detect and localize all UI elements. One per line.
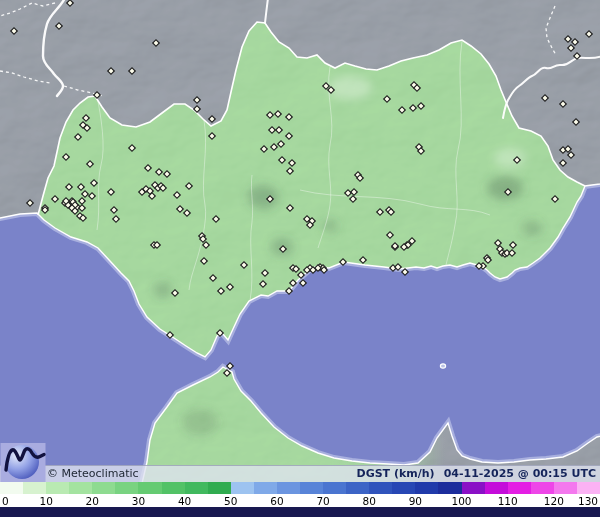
legend-color-scale: [0, 482, 600, 494]
weather-map-app: © Meteoclimatic DGST (km/h) 04-11-2025 @…: [0, 0, 600, 517]
legend-color-cell: [531, 482, 554, 494]
legend-tick-label: 120: [544, 495, 564, 507]
legend-color-cell: [346, 482, 369, 494]
legend-color-cell: [254, 482, 277, 494]
wind-gust-map: [0, 0, 600, 483]
legend-color-cell: [185, 482, 208, 494]
legend-color-cell: [92, 482, 115, 494]
attribution-bar: © Meteoclimatic DGST (km/h) 04-11-2025 @…: [0, 465, 600, 482]
legend-color-cell: [277, 482, 300, 494]
legend-color-cell: [369, 482, 392, 494]
legend-color-cell: [162, 482, 185, 494]
legend-tick-label: 130: [578, 495, 598, 507]
legend-color-cell: [0, 482, 23, 494]
legend-tick-label: 10: [39, 495, 52, 507]
legend-tick-label: 0: [2, 495, 9, 507]
legend-color-cell: [392, 482, 415, 494]
legend-color-cell: [208, 482, 231, 494]
legend-color-cell: [323, 482, 346, 494]
legend-tick-label: 80: [363, 495, 376, 507]
legend-tick-label: 110: [498, 495, 518, 507]
legend-color-cell: [231, 482, 254, 494]
legend-tick-labels: 0102030405060708090100110120130: [0, 494, 600, 507]
legend-color-cell: [23, 482, 46, 494]
legend-tick-label: 100: [452, 495, 472, 507]
legend-color-cell: [438, 482, 461, 494]
legend-color-cell: [46, 482, 69, 494]
legend-color-cell: [554, 482, 577, 494]
legend-color-cell: [485, 482, 508, 494]
legend-tick-label: 20: [86, 495, 99, 507]
legend-color-cell: [115, 482, 138, 494]
bottom-strip: [0, 507, 600, 517]
legend-color-cell: [577, 482, 600, 494]
legend-color-cell: [138, 482, 161, 494]
legend-color-cell: [462, 482, 485, 494]
attribution-text: © Meteoclimatic: [47, 466, 139, 482]
legend-color-cell: [415, 482, 438, 494]
timestamp: 04-11-2025 @ 00:15 UTC: [444, 466, 596, 482]
legend-tick-label: 30: [132, 495, 145, 507]
legend-color-cell: [300, 482, 323, 494]
meteoclimatic-logo[interactable]: [0, 441, 48, 482]
legend-color-cell: [508, 482, 531, 494]
legend-color-cell: [69, 482, 92, 494]
alboran-island: [440, 364, 445, 368]
legend-tick-label: 50: [224, 495, 237, 507]
map-title: DGST (km/h) 04-11-2025 @ 00:15 UTC: [357, 466, 596, 482]
legend-tick-label: 70: [316, 495, 329, 507]
legend-tick-label: 60: [270, 495, 283, 507]
product-label: DGST (km/h): [357, 466, 435, 482]
legend-tick-label: 90: [409, 495, 422, 507]
legend-tick-label: 40: [178, 495, 191, 507]
